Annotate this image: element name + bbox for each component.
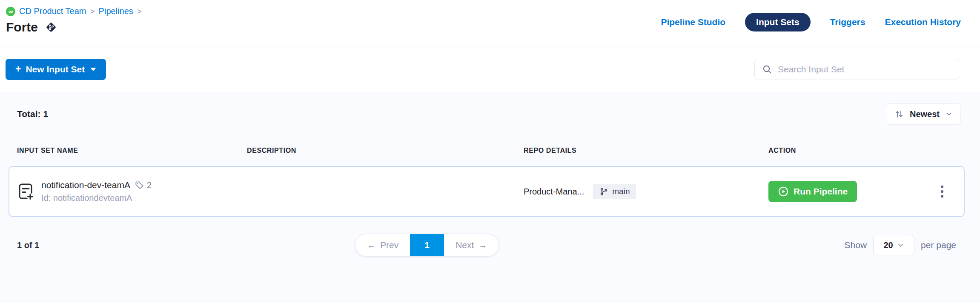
tag-count: 2 (147, 180, 152, 190)
next-label: Next (456, 240, 474, 250)
prev-page-button[interactable]: ← Prev (355, 234, 410, 256)
next-page-button[interactable]: Next → (444, 234, 499, 256)
table-row[interactable]: notification-dev-teamA 2 Id: notifica (9, 166, 965, 217)
input-set-id: Id: notificationdevteamA (41, 193, 152, 203)
input-set-icon (18, 183, 34, 200)
page-number-button[interactable]: 1 (410, 234, 444, 256)
action-cell: Run Pipeline (768, 181, 964, 202)
chevron-down-icon (945, 110, 953, 118)
breadcrumb-link-pipelines[interactable]: Pipelines (99, 6, 133, 16)
tab-execution-history[interactable]: Execution History (885, 17, 961, 27)
tag-icon (135, 180, 144, 190)
arrow-left-icon: ← (367, 240, 376, 250)
infinity-glyph: ∞ (9, 8, 13, 14)
pagination-bar: 1 of 1 ← Prev 1 Next → Show 20 (0, 234, 980, 256)
page-size-control: Show 20 per page (845, 235, 956, 255)
page-size-select[interactable]: 20 (873, 235, 914, 255)
show-label: Show (845, 240, 867, 250)
input-set-name-block: notification-dev-teamA 2 Id: notifica (41, 180, 152, 203)
header-left: ∞ CD Product Team > Pipelines > Forte (6, 0, 142, 46)
column-header-action: ACTION (768, 147, 980, 154)
sort-dropdown[interactable]: Newest (886, 103, 961, 125)
prev-label: Prev (380, 240, 398, 250)
tags-indicator: 2 (135, 180, 152, 190)
tab-triggers[interactable]: Triggers (830, 17, 865, 27)
page-header: ∞ CD Product Team > Pipelines > Forte (0, 0, 980, 46)
input-set-name-cell: notification-dev-teamA 2 Id: notifica (18, 180, 247, 203)
total-count: Total: 1 (17, 109, 48, 119)
search-box (754, 59, 959, 80)
pager: ← Prev 1 Next → (355, 234, 499, 256)
breadcrumb-link-project[interactable]: CD Product Team (19, 6, 86, 16)
cd-module-icon: ∞ (6, 7, 15, 16)
repo-details-cell: Product-Mana... main (524, 184, 768, 199)
title-row: Forte (6, 20, 142, 34)
page-size-value: 20 (883, 240, 893, 250)
caret-down-icon (90, 68, 96, 71)
per-page-label: per page (921, 240, 956, 250)
new-input-set-button[interactable]: + New Input Set (6, 59, 106, 80)
repo-name: Product-Mana... (524, 187, 584, 197)
input-set-list: Total: 1 Newest INPUT SET NAME DESCRIPTI… (0, 92, 980, 256)
pipeline-git-icon (45, 21, 57, 34)
more-options-icon[interactable] (937, 183, 947, 200)
plus-icon: + (15, 64, 21, 74)
sort-label: Newest (910, 109, 940, 119)
tab-input-sets[interactable]: Input Sets (745, 13, 811, 31)
column-header-description: DESCRIPTION (247, 147, 524, 154)
new-input-set-label: New Input Set (26, 64, 85, 74)
list-meta: Total: 1 Newest (0, 92, 980, 125)
input-set-name-link[interactable]: notification-dev-teamA (41, 180, 130, 190)
breadcrumb: ∞ CD Product Team > Pipelines > (6, 6, 142, 16)
page-title: Forte (6, 20, 38, 34)
search-input[interactable] (778, 64, 951, 74)
breadcrumb-separator: > (137, 7, 142, 16)
toolbar: + New Input Set (0, 46, 980, 92)
run-pipeline-label: Run Pipeline (794, 186, 848, 197)
input-sets-page: ∞ CD Product Team > Pipelines > Forte (0, 0, 980, 256)
run-pipeline-button[interactable]: Run Pipeline (768, 181, 857, 202)
tab-pipeline-studio[interactable]: Pipeline Studio (661, 17, 725, 27)
chevron-down-icon (897, 242, 904, 249)
search-icon (762, 64, 772, 74)
sort-icon (894, 109, 904, 119)
column-header-name: INPUT SET NAME (17, 147, 247, 154)
page-summary: 1 of 1 (17, 240, 39, 250)
arrow-right-icon: → (478, 240, 487, 250)
breadcrumb-separator: > (90, 7, 95, 16)
branch-badge: main (593, 184, 636, 199)
pipeline-tabs: Pipeline Studio Input Sets Triggers Exec… (661, 13, 961, 31)
git-branch-icon (599, 187, 608, 196)
column-header-repo: REPO DETAILS (524, 147, 768, 154)
branch-name: main (612, 187, 630, 196)
table-header-row: INPUT SET NAME DESCRIPTION REPO DETAILS … (0, 147, 980, 154)
play-icon (778, 186, 789, 197)
